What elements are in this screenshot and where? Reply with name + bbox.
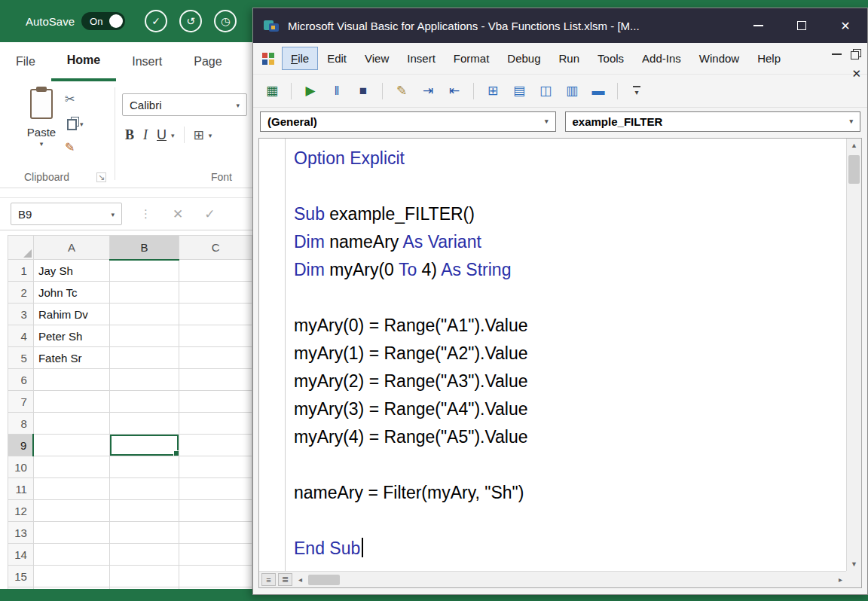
menu-run[interactable]: Run bbox=[550, 47, 589, 70]
cell-b7[interactable] bbox=[109, 391, 179, 413]
save-icon[interactable]: ✓ bbox=[145, 10, 167, 32]
cell-a1[interactable]: Jay Sh bbox=[33, 260, 109, 282]
formula-bar-handle[interactable]: ⋮ bbox=[140, 207, 151, 221]
row-header-11[interactable]: 11 bbox=[8, 478, 34, 500]
procedure-dropdown[interactable]: example_FILTER ▾ bbox=[565, 111, 861, 132]
menu-file[interactable]: File bbox=[282, 47, 318, 70]
cell-b10[interactable] bbox=[109, 456, 179, 478]
step-into-icon[interactable]: ⇥ bbox=[418, 81, 438, 101]
tab-insert[interactable]: Insert bbox=[116, 42, 178, 81]
object-dropdown[interactable]: (General) ▾ bbox=[260, 111, 556, 132]
code-line[interactable]: Dim nameAry As Variant bbox=[294, 228, 846, 256]
cell-b1[interactable] bbox=[109, 260, 179, 282]
mdi-minimize-icon[interactable] bbox=[832, 53, 842, 55]
cell-a11[interactable] bbox=[33, 478, 109, 500]
row-header-14[interactable]: 14 bbox=[8, 544, 34, 566]
close-button[interactable]: ✕ bbox=[824, 8, 867, 43]
vba-title-bar[interactable]: Microsoft Visual Basic for Applications … bbox=[253, 8, 867, 43]
column-header-b[interactable]: B bbox=[109, 236, 179, 260]
cell-a14[interactable] bbox=[33, 544, 109, 566]
row-header-13[interactable]: 13 bbox=[8, 522, 34, 544]
cell-c3[interactable] bbox=[179, 304, 252, 325]
row-header-3[interactable]: 3 bbox=[8, 304, 34, 325]
cell-a7[interactable] bbox=[33, 391, 109, 413]
row-header-2[interactable]: 2 bbox=[8, 282, 34, 304]
row-header-1[interactable]: 1 bbox=[8, 260, 34, 282]
menu-edit[interactable]: Edit bbox=[318, 47, 356, 70]
format-painter-button[interactable]: ✎ bbox=[65, 140, 84, 154]
code-line[interactable] bbox=[294, 507, 846, 535]
cancel-icon[interactable]: ✕ bbox=[173, 206, 183, 222]
horizontal-scroll-thumb[interactable] bbox=[308, 575, 340, 585]
vertical-scrollbar[interactable]: ▲ ▼ bbox=[846, 139, 861, 571]
horizontal-scrollbar[interactable]: ≡ ≣ ◂ ▸ bbox=[259, 571, 846, 587]
row-header-4[interactable]: 4 bbox=[8, 325, 34, 347]
cell-b13[interactable] bbox=[109, 522, 179, 544]
minimize-button[interactable] bbox=[736, 8, 780, 43]
reset-icon[interactable]: ■ bbox=[353, 81, 373, 101]
autosave-toggle[interactable]: On bbox=[81, 12, 125, 30]
borders-button[interactable]: ⊞ bbox=[194, 127, 204, 143]
menu-view[interactable]: View bbox=[356, 47, 398, 70]
code-editor[interactable]: Option ExplicitSub example_FILTER()Dim n… bbox=[286, 139, 846, 571]
design-mode-icon[interactable]: ✎ bbox=[392, 81, 411, 101]
row-header-8[interactable]: 8 bbox=[8, 413, 34, 435]
menu-window[interactable]: Window bbox=[690, 47, 748, 70]
cell-b3[interactable] bbox=[109, 304, 179, 325]
cell-c10[interactable] bbox=[179, 456, 252, 478]
step-over-icon[interactable]: ⇤ bbox=[445, 81, 464, 101]
cell-b9[interactable] bbox=[109, 435, 179, 456]
code-line[interactable] bbox=[294, 284, 846, 312]
break-icon[interactable]: ‖ bbox=[327, 81, 347, 101]
scroll-up-icon[interactable]: ▲ bbox=[847, 139, 861, 152]
autosave-control[interactable]: AutoSave On bbox=[26, 12, 125, 30]
cell-c1[interactable] bbox=[179, 260, 252, 282]
cell-a10[interactable] bbox=[33, 456, 109, 478]
cell-c9[interactable] bbox=[179, 435, 252, 456]
chevron-down-icon[interactable]: ▾ bbox=[209, 132, 212, 139]
row-header-5[interactable]: 5 bbox=[8, 347, 34, 369]
code-line[interactable]: myAry(3) = Range("A4").Value bbox=[294, 395, 846, 423]
code-line[interactable] bbox=[294, 451, 846, 479]
cell-a6[interactable] bbox=[33, 369, 109, 391]
cell-c14[interactable] bbox=[179, 544, 252, 566]
chevron-down-icon[interactable]: ▾ bbox=[171, 132, 175, 139]
row-header-15[interactable]: 15 bbox=[8, 566, 34, 587]
cell-b12[interactable] bbox=[109, 500, 179, 522]
code-line[interactable]: Dim myAry(0 To 4) As String bbox=[294, 256, 846, 284]
mdi-close-icon[interactable]: ✕ bbox=[851, 67, 861, 81]
cell-c5[interactable] bbox=[179, 347, 252, 369]
cell-a3[interactable]: Rahim Dv bbox=[33, 304, 109, 325]
menu-debug[interactable]: Debug bbox=[498, 47, 549, 70]
row-header-7[interactable]: 7 bbox=[8, 391, 34, 413]
cell-b8[interactable] bbox=[109, 413, 179, 435]
code-line[interactable] bbox=[294, 172, 846, 200]
cell-c8[interactable] bbox=[179, 413, 252, 435]
procedure-view-button[interactable]: ≡ bbox=[261, 573, 276, 586]
code-line[interactable]: Option Explicit bbox=[294, 145, 846, 172]
code-line[interactable]: nameAry = Filter(myAry, "Sh") bbox=[294, 479, 846, 507]
properties-window-icon[interactable]: ▤ bbox=[509, 81, 529, 101]
immediate-window-icon[interactable]: ▬ bbox=[588, 81, 608, 101]
cell-a15[interactable] bbox=[33, 566, 109, 587]
cell-a4[interactable]: Peter Sh bbox=[33, 325, 109, 347]
tab-file[interactable]: File bbox=[0, 42, 51, 81]
cell-b11[interactable] bbox=[109, 478, 179, 500]
cell-a13[interactable] bbox=[33, 522, 109, 544]
code-line[interactable]: myAry(1) = Range("A2").Value bbox=[294, 340, 846, 368]
tab-home[interactable]: Home bbox=[51, 42, 116, 81]
column-header-a[interactable]: A bbox=[33, 236, 109, 260]
italic-button[interactable]: I bbox=[139, 127, 152, 143]
underline-button[interactable]: U bbox=[157, 127, 167, 143]
name-box[interactable]: B9 ▾ bbox=[11, 203, 122, 225]
cell-b2[interactable] bbox=[109, 282, 179, 304]
cut-button[interactable]: ✂ bbox=[65, 92, 84, 106]
cell-a9[interactable] bbox=[33, 435, 109, 456]
code-line[interactable]: myAry(2) = Range("A3").Value bbox=[294, 368, 846, 395]
mdi-restore-icon[interactable] bbox=[851, 51, 859, 59]
menu-format[interactable]: Format bbox=[445, 47, 499, 70]
row-header-9[interactable]: 9 bbox=[8, 435, 34, 456]
cell-c7[interactable] bbox=[179, 391, 252, 413]
cell-b15[interactable] bbox=[109, 566, 179, 587]
row-header-6[interactable]: 6 bbox=[8, 369, 34, 391]
